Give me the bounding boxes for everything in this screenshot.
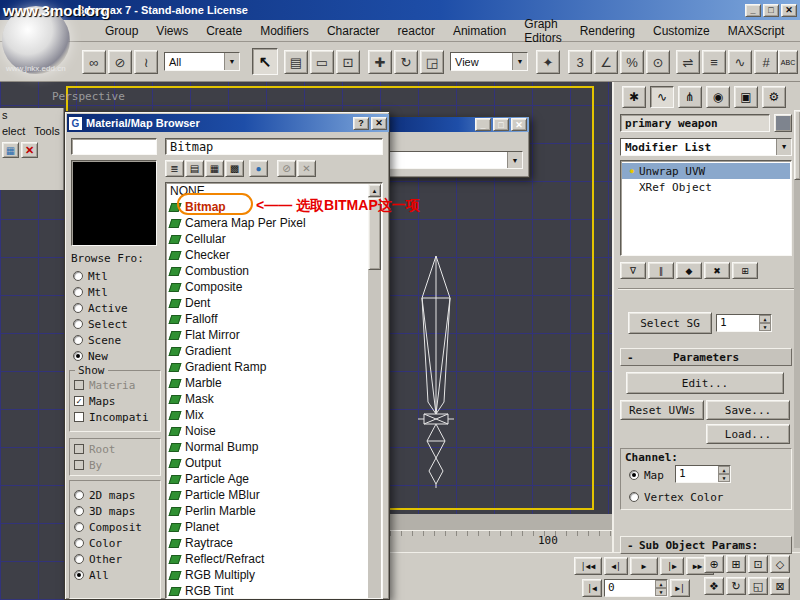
modifier-stack-item-xref-object[interactable]: XRef Object <box>639 181 712 194</box>
min-max-toggle-icon[interactable]: ⊠ <box>770 577 790 595</box>
view-list-icons-icon[interactable]: ▤ <box>185 160 204 177</box>
spinner-down-icon[interactable]: ▼ <box>718 474 730 482</box>
previous-frame-button[interactable]: ◀| <box>604 557 628 575</box>
key-next-icon[interactable]: ▶| <box>670 579 690 597</box>
tab-modify-icon[interactable]: ∿ <box>650 86 674 108</box>
minimize-icon[interactable]: _ <box>475 118 491 131</box>
snap-toggle-3d-icon[interactable]: 3 <box>568 50 592 74</box>
filter-compositors[interactable]: Composit <box>74 519 142 535</box>
view-small-icons-icon[interactable]: ▦ <box>205 160 224 177</box>
radio-icon[interactable] <box>74 570 84 580</box>
map-channel-radio[interactable]: Map <box>629 467 664 483</box>
save-button[interactable]: Save... <box>706 400 790 420</box>
zoom-extents-icon[interactable]: ⊡ <box>748 555 768 573</box>
parameters-rollout[interactable]: - Parameters <box>620 348 792 366</box>
map-list-item[interactable]: Marble <box>166 375 382 391</box>
spinner-down-icon[interactable]: ▼ <box>759 323 771 331</box>
field-of-view-icon[interactable]: ◇ <box>770 555 790 573</box>
viewport-label[interactable]: Perspective <box>52 90 125 103</box>
background-window-dropdown[interactable]: ▼ <box>377 151 523 169</box>
object-color-swatch[interactable] <box>774 114 792 132</box>
select-and-manipulate-icon[interactable]: ✦ <box>536 50 560 74</box>
radio-icon[interactable] <box>73 271 83 281</box>
zoom-icon[interactable]: ⊕ <box>704 555 724 573</box>
checkbox-icon[interactable] <box>74 460 84 470</box>
show-materials-checkbox[interactable]: Materia <box>74 377 135 393</box>
maximize-icon[interactable]: □ <box>763 4 779 17</box>
checkbox-icon[interactable] <box>74 380 84 390</box>
arc-rotate-icon[interactable]: ↻ <box>726 577 746 595</box>
radio-icon[interactable] <box>629 470 639 480</box>
modifier-list-dropdown[interactable]: Modifier List ▼ <box>620 138 792 156</box>
map-list-item[interactable]: Checker <box>166 247 382 263</box>
menu-item-create[interactable]: Create <box>197 22 251 40</box>
load-button[interactable]: Load... <box>706 424 790 444</box>
select-by-name-icon[interactable]: ▤ <box>284 50 308 74</box>
close-icon[interactable]: ✕ <box>781 4 797 17</box>
map-list-item[interactable]: Mix <box>166 407 382 423</box>
menu-item-customize[interactable]: Customize <box>644 22 719 40</box>
view-large-icons-icon[interactable]: ▩ <box>225 160 244 177</box>
tab-hierarchy-icon[interactable]: ⋔ <box>678 86 702 108</box>
rectangular-selection-region-icon[interactable]: ▭ <box>310 50 334 74</box>
minimize-icon[interactable]: _ <box>745 4 761 17</box>
spinner-up-icon[interactable]: ▲ <box>718 466 730 474</box>
map-list-item[interactable]: Raytrace <box>166 535 382 551</box>
background-window-titlebar[interactable]: _ □ ✕ <box>371 117 529 132</box>
object-name-field[interactable]: primary weapon <box>620 114 770 132</box>
map-list-item[interactable]: Camera Map Per Pixel <box>166 215 382 231</box>
radio-icon[interactable] <box>73 351 83 361</box>
selection-filter-dropdown[interactable]: All ▼ <box>164 52 240 71</box>
scroll-up-icon[interactable]: ▲ <box>368 184 381 197</box>
sword-wireframe-model[interactable] <box>398 252 474 488</box>
panel-scrollbar[interactable] <box>794 110 800 548</box>
curve-editor-icon[interactable]: ∿ <box>728 50 752 74</box>
show-incompatible-checkbox[interactable]: Incompati <box>74 409 149 425</box>
map-list-item[interactable]: Perlin Marble <box>166 503 382 519</box>
map-list-item[interactable]: Normal Bump <box>166 439 382 455</box>
radio-icon[interactable] <box>629 492 639 502</box>
map-list-item[interactable]: Output <box>166 455 382 471</box>
radio-icon[interactable] <box>74 490 84 500</box>
radio-icon[interactable] <box>73 303 83 313</box>
close-icon[interactable]: ✕ <box>511 118 527 131</box>
current-frame-value[interactable]: 0 <box>605 580 655 596</box>
tab-motion-icon[interactable]: ◉ <box>706 86 730 108</box>
sg-spinner[interactable]: 1 ▲ ▼ <box>716 314 772 332</box>
schematic-view-icon[interactable]: # <box>754 50 778 74</box>
menu-item-group[interactable]: Group <box>96 22 147 40</box>
align-icon[interactable]: ≡ <box>702 50 726 74</box>
sample-sphere-icon[interactable]: ● <box>249 160 268 177</box>
bind-to-space-warp-icon[interactable]: ≀ <box>134 50 158 74</box>
menu-item-maxscript[interactable]: MAXScript <box>719 22 794 40</box>
sg-value[interactable]: 1 <box>717 315 759 331</box>
current-frame-spinner[interactable]: 0 ▲ ▼ <box>604 579 668 597</box>
list-scrollbar[interactable]: ▲ <box>368 184 381 599</box>
chevron-down-icon[interactable]: ▼ <box>512 53 527 70</box>
select-sg-button[interactable]: Select SG <box>628 312 712 334</box>
map-list-item[interactable]: Falloff <box>166 311 382 327</box>
checkbox-icon[interactable] <box>74 444 84 454</box>
next-frame-button[interactable]: |▶ <box>660 557 684 575</box>
view-list-icon[interactable]: ≣ <box>165 160 184 177</box>
map-name-field[interactable]: Bitmap <box>165 138 383 155</box>
show-maps-checkbox[interactable]: Maps <box>74 393 116 409</box>
remove-modifier-icon[interactable]: ✖ <box>704 262 730 279</box>
fragment-menu-tools[interactable]: Tools <box>34 125 60 137</box>
map-list-item[interactable]: Dent <box>166 295 382 311</box>
radio-icon[interactable] <box>73 287 83 297</box>
tab-create-icon[interactable]: ✱ <box>622 86 646 108</box>
fragment-thumbnail-icon[interactable]: ▦ <box>2 142 19 158</box>
close-icon[interactable]: ✕ <box>371 117 387 130</box>
radio-icon[interactable] <box>73 319 83 329</box>
browser-search-input[interactable] <box>71 138 157 155</box>
spinner-snap-icon[interactable]: ⊙ <box>646 50 670 74</box>
scrollbar-thumb[interactable] <box>794 110 800 180</box>
root-only-checkbox[interactable]: Root <box>74 441 116 457</box>
radio-icon[interactable] <box>73 335 83 345</box>
checkbox-icon[interactable] <box>74 396 84 406</box>
make-unique-icon[interactable]: ◆ <box>676 262 702 279</box>
map-list-item[interactable]: Gradient <box>166 343 382 359</box>
browse-from-mtl-editor[interactable]: Mtl <box>73 284 108 300</box>
reset-uvws-button[interactable]: Reset UVWs <box>620 400 704 420</box>
